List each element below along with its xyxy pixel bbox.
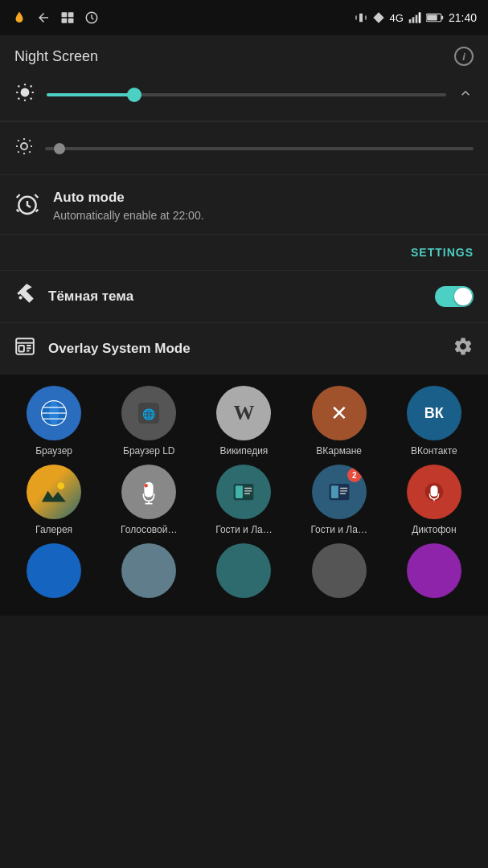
app-label: Гости и Ла… — [310, 524, 367, 535]
list-item[interactable] — [394, 543, 474, 603]
app-icon-browser — [27, 386, 81, 440]
dim-icon — [14, 137, 34, 160]
app-icon-partial2 — [121, 543, 176, 598]
list-item[interactable]: ✕ ВКармане — [299, 386, 379, 457]
app-label: Гости и Ла… — [215, 524, 273, 535]
app-icon-wiki: W — [216, 386, 271, 440]
svg-rect-1 — [68, 12, 74, 17]
svg-text:🌐: 🌐 — [142, 407, 156, 421]
svg-rect-6 — [355, 15, 356, 19]
app-label: ВКонтакте — [411, 445, 457, 457]
app-label: Браузер LD — [123, 445, 174, 457]
svg-rect-15 — [427, 14, 437, 20]
dark-theme-label: Тёмная тема — [48, 289, 422, 305]
list-item[interactable]: Галерея — [14, 465, 94, 535]
back-icon[interactable] — [35, 10, 51, 26]
vibrate-icon — [355, 11, 367, 24]
window-icon — [59, 10, 76, 26]
dim-slider[interactable] — [45, 147, 474, 150]
toggle-thumb — [454, 288, 472, 305]
svg-rect-2 — [62, 18, 68, 23]
list-item[interactable]: ВК ВКонтакте — [394, 386, 474, 457]
auto-mode-row: Auto mode Automatically enable at 22:00. — [0, 175, 488, 235]
overlay-label: Overlay System Mode — [48, 341, 440, 357]
status-bar-right: 4G 21:40 — [355, 11, 477, 24]
svg-rect-5 — [359, 14, 363, 23]
svg-rect-0 — [62, 12, 68, 17]
ns-header: Night Screen i — [0, 35, 488, 74]
panel-section: Auto mode Automatically enable at 22:00.… — [0, 122, 488, 375]
svg-point-30 — [57, 482, 64, 489]
status-bar: 4G 21:40 — [0, 0, 488, 35]
app-label: Диктофон — [412, 524, 456, 535]
network-label: 4G — [390, 12, 404, 24]
settings-btn-row: SETTINGS — [0, 235, 488, 271]
auto-mode-subtitle: Automatically enable at 22:00. — [53, 209, 204, 222]
list-item[interactable]: 2 Гости и Ла… — [299, 465, 379, 535]
list-item[interactable] — [203, 543, 284, 603]
app-label: ВКармане — [316, 445, 362, 457]
app-icon-gallery — [27, 465, 81, 519]
svg-rect-20 — [18, 346, 24, 352]
list-item[interactable]: Голосовой… — [109, 465, 189, 535]
svg-marker-8 — [373, 12, 383, 23]
svg-point-16 — [21, 88, 30, 97]
battery-icon — [426, 12, 444, 23]
brightness-icon — [14, 82, 35, 108]
app-row-3 — [6, 543, 482, 603]
svg-rect-40 — [331, 485, 338, 498]
app-icon-vkarmane: ✕ — [312, 386, 367, 440]
svg-rect-7 — [365, 15, 366, 19]
svg-point-17 — [21, 143, 27, 149]
list-item[interactable]: Браузер — [14, 386, 94, 457]
overlay-system-row: Overlay System Mode — [0, 323, 488, 375]
diamond-icon — [372, 11, 385, 24]
auto-mode-title: Auto mode — [53, 190, 204, 206]
app-icon-guests1 — [216, 465, 271, 519]
list-item[interactable]: Гости и Ла… — [203, 465, 284, 535]
auto-mode-text: Auto mode Automatically enable at 22:00. — [53, 190, 204, 222]
brightness-slider[interactable] — [47, 87, 446, 103]
list-item[interactable] — [109, 543, 189, 603]
app-icon-partial1 — [27, 543, 81, 598]
svg-rect-3 — [68, 18, 74, 23]
svg-rect-14 — [441, 16, 443, 20]
app-icon-dictaphone — [407, 465, 461, 519]
app-row-1: Браузер 🌐 Браузер LD W Википедия ✕ ВКарм… — [6, 386, 482, 457]
app-icon — [11, 10, 27, 26]
app-icon-browser-ld: 🌐 — [121, 386, 176, 440]
svg-marker-29 — [42, 491, 66, 502]
clock-icon — [84, 10, 100, 26]
alarm-icon — [14, 191, 40, 223]
list-item[interactable] — [14, 543, 94, 603]
status-time: 21:40 — [449, 11, 477, 24]
app-icon-vk: ВК — [407, 386, 461, 440]
collapse-icon[interactable] — [457, 85, 474, 105]
list-item[interactable]: Диктофон — [394, 465, 474, 535]
list-item[interactable] — [299, 543, 379, 603]
app-label: Голосовой… — [121, 524, 177, 535]
app-title: Night Screen — [14, 48, 98, 65]
brush-icon — [14, 284, 35, 309]
svg-point-33 — [145, 484, 149, 488]
overlay-icon — [14, 336, 35, 362]
app-icon-voice — [121, 465, 176, 519]
brightness-row — [0, 74, 488, 121]
settings-button[interactable]: SETTINGS — [411, 246, 474, 259]
dark-theme-row: Тёмная тема — [0, 271, 488, 323]
list-item[interactable]: 🌐 Браузер LD — [109, 386, 189, 457]
svg-rect-9 — [409, 19, 412, 23]
signal-icon — [408, 11, 421, 24]
app-grid: Браузер 🌐 Браузер LD W Википедия ✕ ВКарм… — [0, 375, 488, 616]
info-icon[interactable]: i — [454, 47, 474, 66]
dark-theme-toggle[interactable] — [435, 286, 474, 307]
svg-rect-35 — [236, 485, 243, 498]
app-icon-partial3 — [216, 543, 271, 598]
list-item[interactable]: W Википедия — [203, 386, 284, 457]
status-bar-left — [11, 10, 100, 26]
dim-row — [0, 122, 488, 175]
gear-icon[interactable] — [453, 336, 474, 362]
svg-rect-11 — [416, 15, 418, 23]
app-icon-guests2: 2 — [312, 465, 367, 519]
app-icon-partial4 — [312, 543, 367, 598]
